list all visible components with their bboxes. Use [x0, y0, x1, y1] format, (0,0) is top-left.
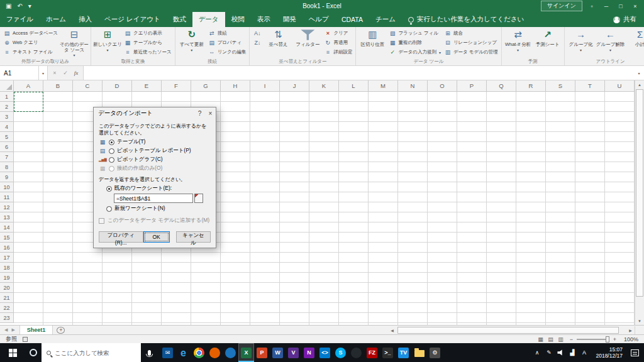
filter-button[interactable]: フィルター [293, 28, 322, 57]
option-pivot-chart[interactable]: ▂▅▇ピボットグラフ(C) [99, 156, 211, 163]
tab-home[interactable]: ホーム [40, 12, 72, 27]
hidden-icons-chevron[interactable]: ∧ [533, 349, 540, 356]
column-header-C[interactable]: C [73, 80, 103, 92]
column-header-Q[interactable]: Q [487, 80, 516, 92]
column-header-I[interactable]: I [250, 80, 280, 92]
tab-view[interactable]: 表示 [251, 12, 277, 27]
radio-connection-only[interactable] [109, 166, 114, 172]
dialog-help-button[interactable]: ? [194, 110, 205, 117]
radio-table[interactable] [109, 140, 114, 145]
advanced-button[interactable]: ≡詳細設定 [323, 48, 353, 57]
action-center-icon[interactable] [631, 349, 639, 356]
taskbar-app-excel[interactable]: X [238, 343, 254, 362]
view-button-normal[interactable]: ▦ [536, 336, 545, 343]
column-header-O[interactable]: O [428, 80, 457, 92]
group-button[interactable]: →グループ化▾ [567, 28, 596, 57]
taskbar-app-powerpoint[interactable]: P [254, 343, 270, 362]
undo-icon[interactable]: ↶ [17, 3, 22, 9]
taskbar-app-firefox[interactable] [207, 343, 223, 362]
reapply-button[interactable]: ↻再適用 [323, 38, 353, 47]
taskbar-app-explorer[interactable] [411, 343, 427, 362]
option-connection-only[interactable]: ▦接続の作成のみ(O) [99, 165, 211, 172]
properties-button[interactable]: プロパティ(R)... [99, 231, 143, 243]
remove-duplicates-button[interactable]: ▦重複の削除 [387, 38, 442, 47]
option-table[interactable]: ▦テーブル(T) [99, 138, 211, 146]
row-header-16[interactable]: 16 [0, 243, 14, 253]
radio-pivot-chart[interactable] [109, 157, 114, 163]
other-data-sources-button[interactable]: ⊟その他のデータ ソース▾ [60, 28, 89, 57]
macro-record-icon[interactable] [23, 337, 28, 342]
column-header-T[interactable]: T [575, 80, 605, 92]
minimize-button[interactable]: ─ [601, 3, 611, 9]
row-header-13[interactable]: 13 [0, 212, 14, 222]
show-connections-button[interactable]: ⇄接続 [207, 29, 248, 38]
consolidate-button[interactable]: ⊞統合 [443, 29, 499, 38]
taskbar-app-onenote[interactable]: N [301, 343, 317, 362]
taskbar-app-chrome[interactable] [191, 343, 207, 362]
column-header-H[interactable]: H [221, 80, 250, 92]
row-header-4[interactable]: 4 [0, 122, 14, 132]
qat-customize-icon[interactable]: ▾ [28, 3, 31, 9]
row-header-23[interactable]: 23 [0, 313, 14, 323]
taskbar-app-vscode[interactable]: <> [317, 343, 333, 362]
flash-fill-button[interactable]: ▧フラッシュ フィル [387, 29, 442, 38]
prev-sheet-icon[interactable]: ◀ [4, 327, 8, 332]
row-header-20[interactable]: 20 [0, 283, 14, 293]
select-all-corner[interactable] [0, 80, 14, 92]
option-pivot-table[interactable]: ▤ピボットテーブル レポート(P) [99, 147, 211, 155]
data-validation-button[interactable]: ✓データの入力規則▾ [387, 48, 442, 57]
column-header-M[interactable]: M [369, 80, 398, 92]
taskbar-app-word[interactable]: W [270, 343, 286, 362]
forecast-sheet-button[interactable]: ↗予測シート [533, 28, 562, 57]
view-button-page-layout[interactable]: ▤ [547, 336, 555, 343]
tab-page-layout[interactable]: ページ レイアウト [98, 12, 167, 27]
column-header-U[interactable]: U [605, 80, 635, 92]
tab-data[interactable]: データ [192, 12, 225, 27]
column-header-J[interactable]: J [280, 80, 309, 92]
formula-bar-expand-icon[interactable]: ▾ [634, 66, 644, 80]
row-header-19[interactable]: 19 [0, 273, 14, 283]
scroll-up-icon[interactable]: ▲ [635, 80, 644, 89]
search-voice-button[interactable] [141, 343, 157, 362]
scroll-left-icon[interactable]: ◀ [388, 328, 396, 332]
ungroup-button[interactable]: ←グループ解除▾ [596, 28, 625, 57]
column-header-R[interactable]: R [516, 80, 546, 92]
row-header-22[interactable]: 22 [0, 303, 14, 313]
column-header-P[interactable]: P [457, 80, 487, 92]
column-header-D[interactable]: D [103, 80, 132, 92]
row-header-5[interactable]: 5 [0, 132, 14, 142]
taskbar-app-visual-studio[interactable]: V [286, 343, 301, 362]
ok-button[interactable]: OK [143, 231, 170, 243]
save-icon[interactable]: ▣ [6, 3, 11, 9]
zoom-slider[interactable] [577, 339, 609, 340]
row-header-10[interactable]: 10 [0, 182, 14, 192]
sheet-tab-sheet1[interactable]: Sheet1 [19, 326, 53, 334]
add-sheet-button[interactable]: + [57, 327, 65, 334]
web-query-button[interactable]: ⊕Web クエリ [2, 38, 59, 47]
taskbar-app-edge[interactable]: e [175, 343, 191, 362]
vertical-scrollbar[interactable]: ▲ ▼ [635, 80, 644, 325]
row-header-14[interactable]: 14 [0, 222, 14, 233]
insert-function-icon[interactable]: fx [71, 70, 81, 76]
cancel-formula-icon[interactable]: × [50, 70, 60, 76]
new-query-button[interactable]: ⊞新しいクエリ▾ [93, 28, 122, 57]
edit-links-button[interactable]: ⇔リンクの編集 [207, 48, 248, 57]
relationships-button[interactable]: ⊟リレーションシップ [443, 38, 499, 47]
taskbar-app-mail[interactable]: ✉ [160, 343, 175, 362]
zoom-slider-thumb[interactable] [606, 336, 609, 343]
access-database-button[interactable]: ▤Access データベース [2, 29, 59, 38]
maximize-button[interactable]: □ [616, 3, 626, 9]
text-file-button[interactable]: ≡テキスト ファイル [2, 48, 59, 57]
row-header-11[interactable]: 11 [0, 192, 14, 202]
network-icon[interactable]: ▟ [569, 349, 575, 356]
cancel-button[interactable]: キャンセル [176, 231, 211, 243]
collapse-dialog-button[interactable] [194, 194, 203, 203]
pen-icon[interactable]: ✎ [545, 349, 552, 356]
dialog-title-bar[interactable]: データのインポート ? × [94, 107, 216, 119]
text-to-columns-button[interactable]: ▥区切り位置 [358, 28, 387, 57]
taskbar-clock[interactable]: 15:07 2018/12/17 [592, 346, 626, 359]
dialog-close-button[interactable]: × [205, 110, 216, 117]
tab-cdata[interactable]: CDATA [335, 12, 369, 27]
tab-formulas[interactable]: 数式 [167, 12, 192, 27]
tab-file[interactable]: ファイル [0, 12, 40, 27]
